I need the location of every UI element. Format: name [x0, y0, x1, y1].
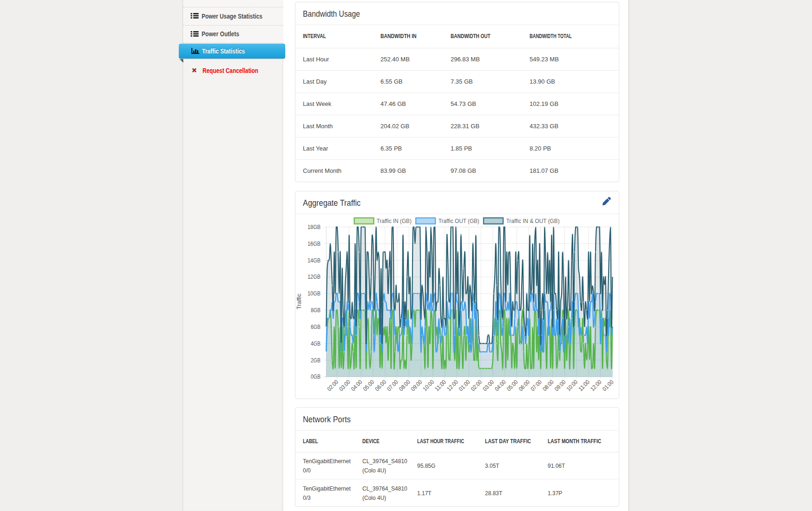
svg-text:18GB: 18GB — [308, 224, 321, 230]
svg-text:10GB: 10GB — [308, 290, 321, 297]
svg-text:4GB: 4GB — [311, 341, 321, 347]
svg-text:10:00: 10:00 — [565, 379, 579, 392]
svg-text:03:00: 03:00 — [482, 379, 495, 392]
svg-text:Traffic: Traffic — [296, 294, 302, 309]
svg-text:05:00: 05:00 — [505, 379, 519, 392]
svg-text:11:00: 11:00 — [577, 379, 591, 392]
svg-text:08:00: 08:00 — [541, 379, 555, 392]
svg-text:0GB: 0GB — [311, 373, 321, 380]
svg-text:01:00: 01:00 — [601, 379, 615, 392]
svg-text:Traffic IN (GB): Traffic IN (GB) — [377, 217, 412, 224]
svg-text:06:00: 06:00 — [374, 379, 387, 392]
svg-text:05:00: 05:00 — [362, 379, 375, 392]
svg-text:Traffic IN & OUT (GB): Traffic IN & OUT (GB) — [506, 217, 560, 224]
svg-text:08:00: 08:00 — [398, 379, 411, 392]
svg-text:14GB: 14GB — [308, 257, 321, 264]
svg-text:07:00: 07:00 — [386, 379, 399, 392]
svg-text:03:00: 03:00 — [338, 379, 351, 392]
svg-text:09:00: 09:00 — [410, 379, 423, 392]
svg-text:16GB: 16GB — [308, 241, 321, 247]
svg-text:Traffic OUT (GB): Traffic OUT (GB) — [439, 217, 479, 224]
svg-text:12GB: 12GB — [308, 274, 321, 280]
svg-text:8GB: 8GB — [311, 307, 321, 314]
svg-text:06:00: 06:00 — [517, 379, 531, 392]
svg-text:09:00: 09:00 — [553, 379, 567, 392]
svg-text:01:00: 01:00 — [458, 379, 471, 392]
svg-text:07:00: 07:00 — [530, 379, 543, 392]
svg-text:04:00: 04:00 — [493, 379, 507, 392]
svg-text:02:00: 02:00 — [470, 379, 483, 392]
svg-text:11:00: 11:00 — [434, 379, 447, 392]
svg-text:12:00: 12:00 — [589, 379, 602, 392]
svg-text:10:00: 10:00 — [422, 379, 435, 392]
svg-text:04:00: 04:00 — [350, 379, 363, 392]
svg-text:12:00: 12:00 — [445, 379, 459, 392]
svg-text:2GB: 2GB — [311, 357, 321, 364]
svg-text:02:00: 02:00 — [326, 379, 340, 392]
svg-text:6GB: 6GB — [311, 324, 321, 330]
